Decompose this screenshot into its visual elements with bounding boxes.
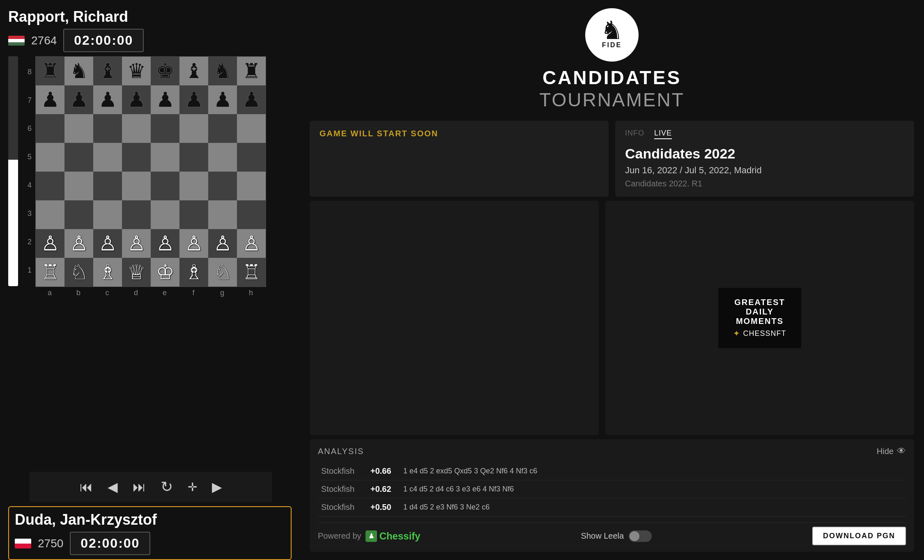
square-7-6[interactable]: ♘ [208,258,237,287]
chess-piece: ♟ [70,90,88,110]
square-3-2[interactable] [93,143,122,172]
square-1-1[interactable]: ♟ [64,85,93,114]
second-row-panels: GREATEST DAILY MOMENTS ✦ CHESSNFT [310,201,914,435]
download-pgn-button[interactable]: DOWNLOAD PGN [812,527,906,545]
square-6-6[interactable]: ♙ [208,229,237,258]
tab-live[interactable]: LIVE [654,129,672,139]
square-2-0[interactable] [36,114,64,143]
chess-piece: ♟ [185,90,203,110]
square-4-1[interactable] [64,172,93,200]
file-e: e [150,287,179,297]
rank-5: 5 [24,143,35,171]
square-3-1[interactable] [64,143,93,172]
square-3-4[interactable] [151,143,179,172]
square-0-5[interactable]: ♝ [179,57,208,85]
square-2-3[interactable] [122,114,151,143]
square-0-0[interactable]: ♜ [36,57,64,85]
square-7-4[interactable]: ♔ [151,258,179,287]
chess-piece: ♗ [185,262,203,282]
analysis-score: +0.50 [367,498,400,516]
square-3-6[interactable] [208,143,237,172]
square-1-3[interactable]: ♟ [122,85,151,114]
square-2-1[interactable] [64,114,93,143]
square-5-4[interactable] [151,200,179,229]
square-5-7[interactable] [237,200,266,229]
square-0-2[interactable]: ♝ [93,57,122,85]
chess-piece: ♙ [185,233,203,254]
chessnft-brand-text: CHESSNFT [743,329,786,338]
square-4-3[interactable] [122,172,151,200]
square-7-1[interactable]: ♘ [64,258,93,287]
square-4-6[interactable] [208,172,237,200]
leela-toggle[interactable] [629,530,652,542]
square-6-1[interactable]: ♙ [64,229,93,258]
square-1-5[interactable]: ♟ [179,85,208,114]
analysis-footer: Powered by ♟ Chessify Show Leela DOWNLOA… [318,522,906,545]
square-3-3[interactable] [122,143,151,172]
square-0-3[interactable]: ♛ [122,57,151,85]
next-variant-button[interactable]: ⏭ [133,480,146,495]
square-0-7[interactable]: ♜ [237,57,266,85]
square-7-7[interactable]: ♖ [237,258,266,287]
chessboard[interactable]: ♜♞♝♛♚♝♞♜♟♟♟♟♟♟♟♟♙♙♙♙♙♙♙♙♖♘♗♕♔♗♘♖ [35,56,266,287]
square-6-0[interactable]: ♙ [36,229,64,258]
square-6-7[interactable]: ♙ [237,229,266,258]
square-6-2[interactable]: ♙ [93,229,122,258]
square-2-7[interactable] [237,114,266,143]
square-5-2[interactable] [93,200,122,229]
square-2-4[interactable] [151,114,179,143]
chessnft-icon: ✦ [733,328,740,338]
square-1-4[interactable]: ♟ [151,85,179,114]
square-0-6[interactable]: ♞ [208,57,237,85]
square-6-4[interactable]: ♙ [151,229,179,258]
square-5-6[interactable] [208,200,237,229]
square-0-1[interactable]: ♞ [64,57,93,85]
top-player-timer: 02:00:00 [63,29,144,52]
analysis-header: ANALYSIS Hide 👁 [318,446,906,457]
square-4-0[interactable] [36,172,64,200]
square-1-6[interactable]: ♟ [208,85,237,114]
analysis-title: ANALYSIS [318,447,364,456]
square-3-0[interactable] [36,143,64,172]
square-1-0[interactable]: ♟ [36,85,64,114]
square-4-7[interactable] [237,172,266,200]
square-2-2[interactable] [93,114,122,143]
square-4-5[interactable] [179,172,208,200]
square-0-4[interactable]: ♚ [151,57,179,85]
top-player-name: Rapport, Richard [8,8,292,25]
square-4-2[interactable] [93,172,122,200]
square-1-2[interactable]: ♟ [93,85,122,114]
square-4-4[interactable] [151,172,179,200]
square-3-7[interactable] [237,143,266,172]
square-5-3[interactable] [122,200,151,229]
first-move-button[interactable]: ⏮ [80,480,93,495]
eval-bar-white-fill [8,160,18,286]
square-6-5[interactable]: ♙ [179,229,208,258]
engine-name: Stockfish [318,462,367,480]
square-2-5[interactable] [179,114,208,143]
square-7-5[interactable]: ♗ [179,258,208,287]
square-2-6[interactable] [208,114,237,143]
prev-move-button[interactable]: ◀ [108,479,118,495]
tab-info[interactable]: INFO [625,129,644,139]
rank-1: 1 [24,256,35,285]
powered-by: Powered by ♟ Chessify [318,530,421,542]
game-stream-panel [310,201,599,435]
square-7-2[interactable]: ♗ [93,258,122,287]
analysis-score: +0.62 [367,480,400,498]
square-1-7[interactable]: ♟ [237,85,266,114]
flip-board-button[interactable]: ↻ [161,478,173,496]
square-6-3[interactable]: ♙ [122,229,151,258]
square-5-0[interactable] [36,200,64,229]
square-3-5[interactable] [179,143,208,172]
next-move-button[interactable]: ▶ [212,479,222,495]
game-status-text: GAME WILL START SOON [319,129,599,138]
left-panel: Rapport, Richard 2764 02:00:00 8 7 6 5 [0,0,300,560]
hide-button[interactable]: Hide 👁 [877,446,906,457]
square-5-5[interactable] [179,200,208,229]
square-7-3[interactable]: ♕ [122,258,151,287]
square-5-1[interactable] [64,200,93,229]
cursor-button[interactable]: ✛ [188,480,197,494]
square-7-0[interactable]: ♖ [36,258,64,287]
fide-knight-icon: ♞ [600,18,623,43]
